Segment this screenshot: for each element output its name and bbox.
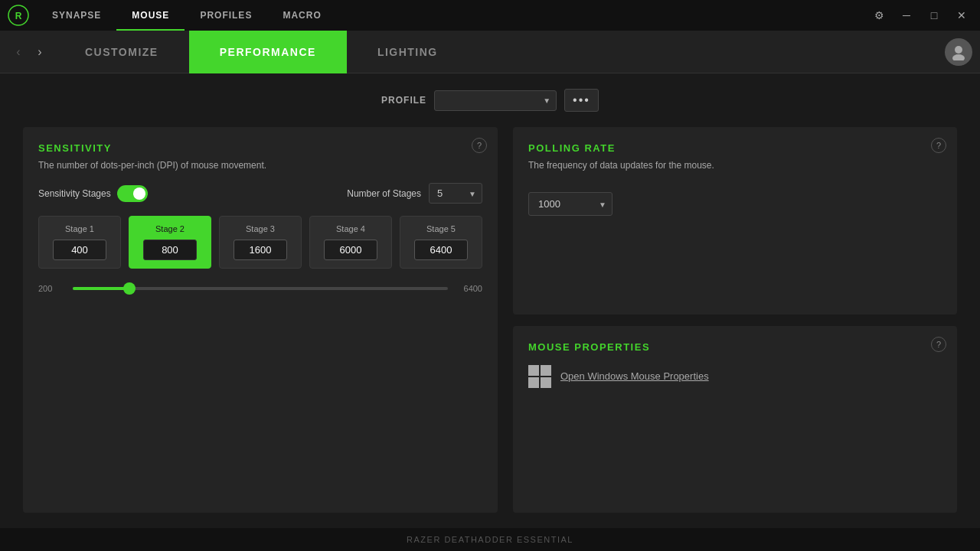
stage-3-input[interactable] xyxy=(234,240,287,260)
profile-more-button[interactable]: ••• xyxy=(564,89,599,112)
svg-point-3 xyxy=(952,54,965,60)
windows-icon-cell-4 xyxy=(541,377,551,388)
tab-customize[interactable]: CUSTOMIZE xyxy=(54,31,189,73)
slider-max-label: 6400 xyxy=(456,284,482,293)
nav-synapse[interactable]: SYNAPSE xyxy=(37,0,116,31)
stage-3-box[interactable]: Stage 3 xyxy=(219,216,302,269)
polling-rate-description: The frequency of data updates for the mo… xyxy=(528,160,942,171)
main-content: PROFILE ▼ ••• ? SENSITIVITY The number o… xyxy=(0,73,980,528)
stage-5-input[interactable] xyxy=(414,240,468,260)
tab-back-button[interactable]: ‹ xyxy=(8,41,29,63)
mouse-properties-title: MOUSE PROPERTIES xyxy=(528,341,942,353)
mouse-properties-panel: ? MOUSE PROPERTIES Open Windows Mouse Pr… xyxy=(513,326,957,514)
nav-mouse[interactable]: MOUSE xyxy=(116,0,185,31)
tab-performance[interactable]: PERFORMANCE xyxy=(189,31,347,73)
polling-rate-title: POLLING RATE xyxy=(528,142,942,154)
slider-fill xyxy=(73,287,129,290)
profile-label: PROFILE xyxy=(381,95,426,106)
tab-lighting[interactable]: LIGHTING xyxy=(347,31,469,73)
profile-row: PROFILE ▼ ••• xyxy=(23,89,957,112)
polling-rate-panel: ? POLLING RATE The frequency of data upd… xyxy=(513,127,957,315)
mouse-props-help-button[interactable]: ? xyxy=(931,337,946,352)
stages-dropdown[interactable]: 5 1 2 3 4 xyxy=(429,183,482,204)
tabs: CUSTOMIZE PERFORMANCE LIGHTING xyxy=(54,31,945,73)
windows-icon-cell-1 xyxy=(528,365,539,376)
svg-text:R: R xyxy=(15,11,22,21)
right-panels: ? POLLING RATE The frequency of data upd… xyxy=(513,127,957,513)
stage-5-label: Stage 5 xyxy=(408,224,474,233)
footer: RAZER DEATHADDER ESSENTIAL xyxy=(0,528,980,551)
sensitivity-help-button[interactable]: ? xyxy=(472,138,487,153)
stage-3-label: Stage 3 xyxy=(227,224,293,233)
sensitivity-stages-toggle[interactable] xyxy=(117,185,148,202)
number-of-stages-label: Number of Stages xyxy=(347,188,421,199)
profile-dropdown-wrapper: ▼ xyxy=(434,90,557,111)
stage-1-input[interactable] xyxy=(53,240,106,260)
user-avatar[interactable] xyxy=(945,38,972,66)
settings-button[interactable]: ⚙ xyxy=(868,5,890,26)
stage-4-box[interactable]: Stage 4 xyxy=(309,216,392,269)
stage-2-input[interactable] xyxy=(143,240,197,260)
stage-4-input[interactable] xyxy=(324,240,377,260)
windows-icon-cell-2 xyxy=(541,365,551,376)
windows-icon-cell-3 xyxy=(528,377,539,388)
stage-2-box[interactable]: Stage 2 xyxy=(129,216,211,269)
stage-2-label: Stage 2 xyxy=(137,224,203,233)
number-of-stages-row: Number of Stages 5 1 2 3 4 ▼ xyxy=(347,183,482,204)
slider-row: 200 6400 xyxy=(38,284,482,293)
sensitivity-controls: Sensitivity Stages Number of Stages 5 1 … xyxy=(38,183,482,204)
nav-macro[interactable]: MACRO xyxy=(267,0,336,31)
polling-dropdown-wrapper: 1000 500 125 ▼ xyxy=(528,192,612,216)
panels-row: ? SENSITIVITY The number of dots-per-inc… xyxy=(23,127,957,513)
sensitivity-description: The number of dots-per-inch (DPI) of mou… xyxy=(38,160,482,171)
svg-point-2 xyxy=(955,46,962,54)
sensitivity-title: SENSITIVITY xyxy=(38,142,482,154)
stages-row: Stage 1 Stage 2 Stage 3 Stage 4 Stage 5 xyxy=(38,216,482,269)
minimize-button[interactable]: ─ xyxy=(896,5,917,26)
slider-thumb[interactable] xyxy=(123,282,136,295)
stage-1-box[interactable]: Stage 1 xyxy=(38,216,121,269)
slider-track[interactable] xyxy=(73,287,448,290)
window-controls: ⚙ ─ □ ✕ xyxy=(868,5,972,26)
title-bar-nav: SYNAPSE MOUSE PROFILES MACRO xyxy=(37,0,868,31)
sensitivity-panel: ? SENSITIVITY The number of dots-per-inc… xyxy=(23,127,498,513)
stage-5-box[interactable]: Stage 5 xyxy=(400,216,482,269)
polling-help-button[interactable]: ? xyxy=(931,138,946,153)
footer-text: RAZER DEATHADDER ESSENTIAL xyxy=(407,535,573,544)
toggle-thumb xyxy=(133,187,145,200)
stage-4-label: Stage 4 xyxy=(318,224,384,233)
stages-dropdown-wrapper: 5 1 2 3 4 ▼ xyxy=(429,183,482,204)
maximize-button[interactable]: □ xyxy=(923,5,945,26)
tab-bar: ‹ › CUSTOMIZE PERFORMANCE LIGHTING xyxy=(0,31,980,73)
tab-forward-button[interactable]: › xyxy=(29,41,51,63)
sensitivity-stages-label: Sensitivity Stages xyxy=(38,188,111,199)
polling-rate-dropdown[interactable]: 1000 500 125 xyxy=(528,192,612,216)
title-bar: R SYNAPSE MOUSE PROFILES MACRO ⚙ ─ □ ✕ xyxy=(0,0,980,31)
open-mouse-properties-text: Open Windows Mouse Properties xyxy=(560,370,709,382)
nav-profiles[interactable]: PROFILES xyxy=(185,0,267,31)
sensitivity-stages-toggle-row: Sensitivity Stages xyxy=(38,185,148,202)
razer-logo: R xyxy=(8,5,29,26)
profile-dropdown[interactable] xyxy=(434,90,557,111)
slider-min-label: 200 xyxy=(38,284,65,293)
open-mouse-properties-link[interactable]: Open Windows Mouse Properties xyxy=(528,365,942,388)
stage-1-label: Stage 1 xyxy=(47,224,113,233)
windows-icon xyxy=(528,365,551,388)
close-button[interactable]: ✕ xyxy=(951,5,972,26)
